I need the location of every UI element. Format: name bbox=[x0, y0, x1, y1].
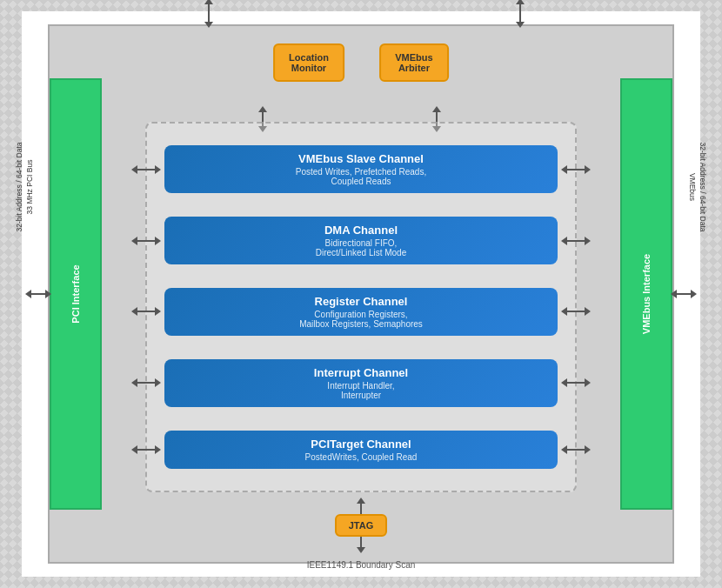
vmebus-slave-channel: VMEbus Slave Channel Posted Writes, Pref… bbox=[164, 145, 558, 193]
slave-arrow-right bbox=[561, 165, 591, 174]
jtag-arrow-down bbox=[357, 547, 365, 553]
reg-arrow-left bbox=[131, 307, 161, 316]
right-arrow-line bbox=[677, 293, 691, 295]
right-outer-arrow bbox=[671, 290, 697, 298]
drl bbox=[561, 237, 567, 245]
pci-arrow-right bbox=[561, 445, 591, 454]
vmebus-slave-title: VMEbus Slave Channel bbox=[178, 152, 544, 165]
diagram-wrapper: Four Location Monitors To Support VMEbus… bbox=[22, 11, 700, 577]
jtag-section: JTAG bbox=[335, 498, 387, 553]
interrupt-subtitle: Interrupt Handler, Interrupter bbox=[178, 381, 544, 400]
dl bbox=[131, 237, 137, 245]
outer-box: Four Location Monitors To Support VMEbus… bbox=[48, 24, 674, 564]
connector-up-left bbox=[258, 106, 267, 112]
inner-dashed-box: VMEbus Slave Channel Posted Writes, Pref… bbox=[145, 122, 577, 492]
dma-arrow-left bbox=[131, 237, 161, 245]
dma-subtitle: Bidirectional FIFO, Direct/Linked List M… bbox=[178, 238, 544, 257]
right-arrow-head2 bbox=[691, 290, 697, 298]
rl bbox=[131, 307, 137, 316]
il bbox=[131, 378, 137, 387]
right-arrow-head bbox=[671, 290, 677, 298]
arrow-line2 bbox=[519, 4, 521, 22]
vmebus-slave-subtitle: Posted Writes, Prefetched Reads, Coupled… bbox=[178, 167, 544, 186]
ilr bbox=[155, 378, 161, 387]
jtag-arrow-line bbox=[360, 504, 362, 514]
vmebus-interface-bar: VMEbus Interface bbox=[620, 78, 672, 510]
right-side-label: 32-bit Address / 64-bit Data VMEbus bbox=[687, 142, 708, 231]
int-arrow-right bbox=[561, 378, 591, 387]
irr bbox=[585, 378, 591, 387]
prll bbox=[567, 449, 585, 451]
dll bbox=[137, 240, 155, 242]
top-annotations: Four Location Monitors To Support VMEbus… bbox=[50, 0, 672, 28]
dma-channel: DMA Channel Bidirectional FIFO, Direct/L… bbox=[164, 217, 558, 264]
rlr bbox=[155, 307, 161, 316]
pci-interface-bar: PCI Interface bbox=[50, 78, 102, 510]
dma-arrow-right bbox=[561, 237, 591, 245]
dma-title: DMA Channel bbox=[178, 224, 544, 237]
drr bbox=[585, 237, 591, 245]
top-boxes: Location Monitor VMEbus Arbiter bbox=[273, 43, 449, 82]
drll bbox=[567, 240, 585, 242]
dlr bbox=[155, 237, 161, 245]
rrr bbox=[585, 307, 591, 316]
plr bbox=[155, 445, 161, 454]
right-annotation-arrow bbox=[482, 0, 558, 28]
arrow-down bbox=[204, 22, 213, 28]
srll bbox=[567, 169, 585, 170]
interrupt-title: Interrupt Channel bbox=[178, 366, 544, 379]
pcitarget-title: PCITarget Channel bbox=[178, 438, 544, 451]
pcitarget-channel: PCITarget Channel PostedWrites, Coupled … bbox=[164, 431, 558, 469]
register-subtitle: Configuration Registers, Mailbox Registe… bbox=[178, 310, 544, 329]
left-arrow-head2 bbox=[45, 290, 51, 298]
slave-arrow-left bbox=[131, 165, 161, 174]
pci-interface-label: PCI Interface bbox=[70, 264, 81, 323]
arrow-line bbox=[208, 4, 210, 22]
pci-arrow-left bbox=[131, 445, 161, 454]
srr bbox=[585, 165, 591, 174]
vmebus-interface-label: VMEbus Interface bbox=[641, 254, 652, 334]
pll bbox=[137, 449, 155, 451]
left-outer-arrow bbox=[25, 290, 51, 298]
location-monitor-box: Location Monitor bbox=[273, 43, 344, 82]
sl bbox=[131, 165, 137, 174]
left-side-label: 32-bit Address / 64-bit Data 33 MHz PCI … bbox=[15, 142, 36, 231]
irll bbox=[567, 382, 585, 384]
rll bbox=[137, 311, 155, 312]
rrll bbox=[567, 311, 585, 312]
jtag-box: JTAG bbox=[335, 514, 387, 537]
jtag-arrow-up bbox=[357, 498, 365, 504]
register-title: Register Channel bbox=[178, 295, 544, 308]
arrow-down2 bbox=[516, 22, 525, 28]
rrl bbox=[561, 307, 567, 316]
right-annotation: Fixed Priority, Round Robin, Single Leve… bbox=[482, 0, 558, 28]
left-annotation-arrow bbox=[164, 0, 253, 28]
register-channel: Register Channel Configuration Registers… bbox=[164, 288, 558, 336]
connector-up-right bbox=[432, 106, 441, 112]
left-annotation: Four Location Monitors To Support VMEbus… bbox=[164, 0, 253, 28]
pcitarget-subtitle: PostedWrites, Coupled Read bbox=[178, 452, 544, 462]
interrupt-channel: Interrupt Channel Interrupt Handler, Int… bbox=[164, 359, 558, 407]
vmebus-arbiter-box: VMEbus Arbiter bbox=[379, 43, 449, 82]
reg-arrow-right bbox=[561, 307, 591, 316]
prr bbox=[585, 445, 591, 454]
sll bbox=[137, 169, 155, 170]
int-arrow-left bbox=[131, 378, 161, 387]
jtag-bottom-line bbox=[360, 537, 362, 547]
left-arrow-line bbox=[31, 293, 45, 295]
jtag-label: JTAG bbox=[349, 520, 374, 531]
srl bbox=[561, 165, 567, 174]
irl bbox=[561, 378, 567, 387]
boundary-scan-label: IEEE1149.1 Boundary Scan bbox=[307, 560, 416, 570]
slr bbox=[155, 165, 161, 174]
prl bbox=[561, 445, 567, 454]
ill bbox=[137, 382, 155, 384]
pl bbox=[131, 445, 137, 454]
left-arrow-head bbox=[25, 290, 31, 298]
